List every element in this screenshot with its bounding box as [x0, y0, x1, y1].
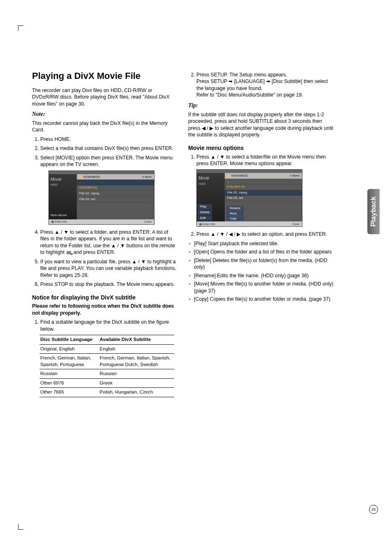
intro-text: The recorder can play Divx files on HDD,…: [32, 87, 178, 107]
notice-heading: Notice for displaying the DivX subtitle: [32, 294, 178, 302]
shot2-foot-right: Close: [292, 222, 300, 226]
shot2-row-folder: FOLDER 01: [225, 184, 302, 190]
section-tab: Playback: [367, 189, 380, 234]
note-label: Note:: [32, 111, 178, 118]
tip-text: If the subtitle still does not display p…: [188, 111, 334, 138]
shot1-row-up: ..: [77, 180, 154, 185]
notice-step-2: Press SETUP. The Setup menu appears. Pre…: [196, 71, 334, 99]
shot1-hdr-right: 4 Items: [142, 175, 152, 179]
notice-steps: Find a suitable language for the DivX su…: [32, 319, 178, 332]
movie-menu-screenshot-2: Movie HDD Play Delete Edit NONAMEDD 4 It…: [196, 169, 302, 227]
shot1-new-album: New album: [51, 213, 67, 218]
table-r4a: Other 7665: [39, 388, 99, 397]
shot1-hdr-left: NONAMEDD: [83, 175, 100, 178]
shot2-sub-copy: Copy: [226, 216, 244, 221]
table-r0a: Original, English: [39, 344, 99, 354]
bullet-open: [Open] Opens the folder and a list of fi…: [194, 249, 334, 255]
shot2-row-up: ..: [225, 179, 302, 184]
step-3: Select [MOVIE] option then press ENTER. …: [40, 154, 178, 168]
movie-menu-screenshot-1: Movie HDD New album NONAMEDD 4 Items .. …: [48, 170, 154, 225]
mm-step-1: Press ▲ / ▼ to select a folder/file on t…: [196, 154, 334, 167]
bullet-play: [Play] Start playback the selected title…: [194, 240, 334, 247]
shot1-foot-right: Close: [144, 220, 152, 223]
shot1-row-folder: FOLDER 01: [77, 185, 154, 191]
shot2-opt-edit: Edit: [198, 216, 212, 221]
shot2-sub-move: Move: [226, 211, 244, 216]
subtitle-language-table: Disc Subtitle Language Available DivX Su…: [39, 335, 174, 397]
mm-step-2: Press ▲ / ▼ / ◀ / ▶ to select an option,…: [196, 231, 334, 237]
bullet-delete: [Delete] Deletes the file(s) or folder(s…: [194, 257, 334, 271]
movie-menu-heading: Movie menu options: [188, 144, 334, 152]
shot1-label-hdd: HDD: [51, 183, 75, 187]
left-column: Playing a DivX Movie File The recorder c…: [32, 70, 178, 397]
notice-steps-cont: Press SETUP. The Setup menu appears. Pre…: [188, 71, 334, 99]
crop-mark-tl: [18, 25, 23, 31]
table-r3a: Other 6976: [39, 378, 99, 388]
folder-up-icon: [67, 251, 71, 254]
note-text: This recorder cannot play back the DivX …: [32, 120, 178, 134]
step-6: Press STOP to stop the playback. The Mov…: [40, 281, 178, 288]
shot2-hdr-right: 4 Items: [290, 174, 300, 177]
notice-bold: Please refer to following notice when th…: [32, 303, 178, 316]
shot1-row-file2: File 02. mpeg: [77, 191, 154, 197]
shot2-row-file2: File 02. mpeg: [225, 190, 302, 196]
step-5: If you want to view a particular file, p…: [40, 258, 178, 279]
shot2-row-file3: File 03. avi: [225, 196, 302, 201]
page-number: 29: [369, 505, 378, 514]
shot2-sub-rename: Rename: [226, 206, 244, 210]
shot2-opt-delete: Delete: [198, 210, 212, 215]
notice-step-1: Find a suitable language for the DivX su…: [40, 319, 178, 332]
shot1-foot-left: Enter Info: [55, 220, 67, 223]
table-r1b: French, German, Italian, Spanish, Portug…: [99, 354, 174, 369]
page-title: Playing a DivX Movie File: [32, 70, 178, 82]
folder-icon: [227, 175, 230, 177]
shot1-row-file3: File 03. avi: [77, 197, 154, 203]
step-1: Press HOME.: [40, 136, 178, 143]
crop-mark-bl: [18, 524, 23, 530]
table-r3b: Greek: [99, 378, 174, 388]
main-steps: Press HOME. Select a media that contains…: [32, 136, 178, 168]
table-h1: Disc Subtitle Language: [39, 335, 99, 345]
tip-label: Tip:: [188, 102, 334, 110]
movie-menu-steps2: Press ▲ / ▼ / ◀ / ▶ to select an option,…: [188, 231, 334, 237]
main-steps-cont: Press ▲ / ▼ to select a folder, and pres…: [32, 229, 178, 288]
shot2-label-hdd: HDD: [198, 182, 223, 187]
option-bullets: [Play] Start playback the selected title…: [188, 240, 334, 303]
step-2: Select a media that contains DivX file(s…: [40, 145, 178, 152]
table-h2: Available DivX Subtitle: [99, 335, 174, 345]
folder-icon: [79, 176, 82, 178]
bullet-rename: [Rename] Edits the file name. (HDD only)…: [194, 272, 334, 279]
step-4: Press ▲ / ▼ to select a folder, and pres…: [40, 229, 178, 256]
right-column: Press SETUP. The Setup menu appears. Pre…: [188, 70, 334, 397]
table-r4b: Polish, Hungarian, Czech: [99, 388, 174, 397]
bullet-copy: [Copy] Copies the file(s) to another fol…: [194, 296, 334, 302]
table-r0b: English: [99, 344, 174, 354]
shot2-foot-left: Enter Info: [203, 223, 215, 226]
table-r2a: Russian: [39, 369, 99, 379]
shot2-label-movie: Movie: [198, 175, 223, 181]
shot1-label-movie: Movie: [51, 177, 75, 182]
table-r2b: Russian: [99, 369, 174, 379]
bullet-move: [Move] Moves the file(s) to another fold…: [194, 281, 334, 294]
shot2-opt-play: Play: [198, 204, 212, 210]
shot2-hdr-left: NONAMEDD: [231, 174, 248, 177]
movie-menu-steps: Press ▲ / ▼ to select a folder/file on t…: [188, 154, 334, 167]
table-r1a: French, German, Italian, Spanish, Portug…: [39, 354, 99, 369]
